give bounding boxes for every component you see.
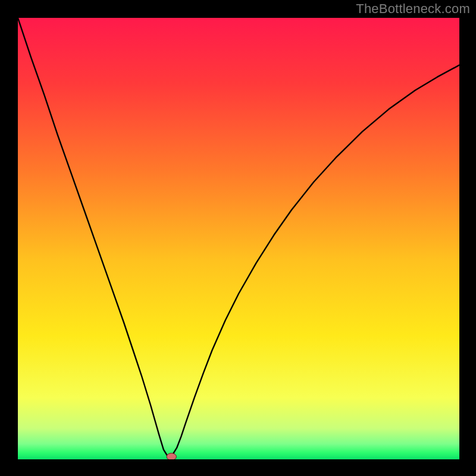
minimum-marker: [167, 453, 176, 459]
chart-frame: TheBottleneck.com: [0, 0, 476, 476]
gradient-background: [18, 18, 459, 459]
watermark-text: TheBottleneck.com: [356, 1, 470, 17]
bottleneck-chart: [18, 18, 459, 459]
plot-area: [18, 18, 459, 459]
